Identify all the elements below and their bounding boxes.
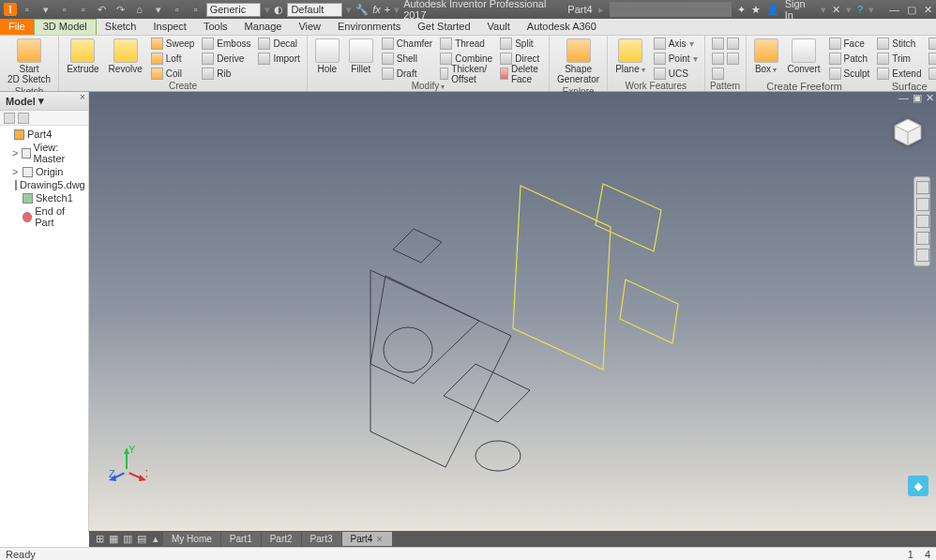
maximize-button[interactable]: ▢ bbox=[907, 4, 916, 16]
patch-button[interactable]: Patch bbox=[826, 52, 873, 66]
thread-button[interactable]: Thread bbox=[437, 37, 495, 51]
loft-button[interactable]: Loft bbox=[148, 52, 198, 66]
star-icon[interactable]: ★ bbox=[751, 4, 761, 16]
tab-vault[interactable]: Vault bbox=[479, 19, 519, 35]
box-button[interactable]: Box bbox=[750, 37, 782, 77]
tabs-layout1-button[interactable]: ⊞ bbox=[93, 533, 106, 546]
revolve-button[interactable]: Revolve bbox=[105, 37, 146, 76]
minimize-button[interactable]: — bbox=[889, 4, 899, 16]
qat-redo-icon[interactable]: ↷ bbox=[114, 3, 128, 16]
tab-view[interactable]: View bbox=[290, 19, 329, 35]
plus-icon[interactable]: + bbox=[385, 4, 390, 15]
tab-3d-model[interactable]: 3D Model bbox=[34, 19, 97, 35]
extrude-button[interactable]: Extrude bbox=[63, 37, 102, 76]
face-button[interactable]: Face bbox=[826, 37, 873, 51]
qat-undo-icon[interactable]: ↶ bbox=[96, 3, 109, 16]
stitch-button[interactable]: Stitch bbox=[874, 37, 924, 51]
doc-tab[interactable]: Part4✕ bbox=[342, 532, 393, 546]
coil-button[interactable]: Coil bbox=[148, 67, 198, 81]
tabs-collapse-button[interactable]: ▴ bbox=[149, 533, 162, 546]
qat-slot-icon[interactable]: ▫ bbox=[189, 3, 203, 16]
ucs-button[interactable]: UCS bbox=[651, 67, 701, 81]
help-icon[interactable]: ? bbox=[857, 4, 863, 15]
pattern-rect-button[interactable] bbox=[709, 37, 742, 51]
derive-button[interactable]: Derive bbox=[199, 52, 253, 66]
adjust-icon[interactable]: 🔧 bbox=[355, 4, 369, 16]
svg-marker-10 bbox=[596, 184, 661, 251]
tab-environments[interactable]: Environments bbox=[329, 19, 409, 35]
sign-in-icon[interactable]: 👤 bbox=[766, 4, 779, 16]
draft-button[interactable]: Draft bbox=[379, 67, 435, 81]
doc-title: Part4 bbox=[567, 4, 592, 15]
split-button[interactable]: Split bbox=[497, 37, 545, 51]
rib-button[interactable]: Rib bbox=[199, 67, 253, 81]
fx-icon[interactable]: fx bbox=[372, 4, 381, 15]
help-badge-icon[interactable]: ◆ bbox=[908, 476, 928, 496]
axis-button[interactable]: Axis▾ bbox=[651, 37, 701, 51]
sweep-button[interactable]: Sweep bbox=[148, 37, 198, 51]
convert-ff-button[interactable]: Convert bbox=[784, 37, 824, 76]
decal-button[interactable]: Decal bbox=[255, 37, 302, 51]
help-search-input[interactable] bbox=[610, 2, 732, 17]
browser-close-button[interactable]: × bbox=[77, 92, 88, 103]
start-2d-sketch-button[interactable]: Start 2D Sketch bbox=[4, 37, 54, 86]
hole-button[interactable]: Hole bbox=[311, 37, 343, 76]
qat-save-icon[interactable]: ▫ bbox=[77, 3, 90, 16]
browser-search-icon[interactable] bbox=[18, 113, 29, 124]
sculpt-button[interactable]: Sculpt bbox=[826, 67, 873, 81]
browser-header[interactable]: Model ▾ bbox=[0, 92, 88, 111]
fillet-button[interactable]: Fillet bbox=[345, 37, 377, 76]
viewport-canvas[interactable]: — ▣ ✕ bbox=[89, 92, 936, 532]
tab-inspect[interactable]: Inspect bbox=[144, 19, 194, 35]
browser-filter-icon[interactable] bbox=[4, 113, 15, 124]
group-modify-label[interactable]: Modify bbox=[412, 81, 445, 92]
sign-in-link[interactable]: Sign In bbox=[785, 0, 815, 21]
qat-home-icon[interactable]: ⌂ bbox=[133, 3, 146, 16]
surf-misc2-button[interactable] bbox=[926, 52, 936, 66]
tree-node[interactable]: End of Part bbox=[2, 204, 86, 229]
appearance-combo[interactable]: Default bbox=[287, 3, 342, 17]
emboss-button[interactable]: Emboss bbox=[199, 37, 253, 51]
tree-node[interactable]: Drawing5.dwg bbox=[2, 178, 86, 191]
delete-face-button[interactable]: Delete Face bbox=[497, 67, 545, 81]
tab-sketch[interactable]: Sketch bbox=[97, 19, 145, 35]
extend-button[interactable]: Extend bbox=[874, 67, 924, 81]
tab-manage[interactable]: Manage bbox=[236, 19, 291, 35]
tab-get-started[interactable]: Get Started bbox=[409, 19, 478, 35]
point-button[interactable]: Point▾ bbox=[651, 52, 701, 66]
tree-node[interactable]: Sketch1 bbox=[2, 191, 86, 204]
import-button[interactable]: Import bbox=[255, 52, 302, 66]
doc-tab[interactable]: My Home bbox=[163, 532, 220, 546]
surf-misc1-button[interactable] bbox=[926, 37, 936, 51]
doc-tab[interactable]: Part3 bbox=[302, 532, 341, 546]
tab-file[interactable]: File bbox=[0, 19, 34, 35]
material-combo[interactable]: Generic bbox=[206, 3, 262, 17]
qat-open-icon[interactable]: ▫ bbox=[58, 3, 71, 16]
exchange-icon[interactable]: ✕ bbox=[832, 4, 840, 16]
app-logo-icon[interactable]: I bbox=[4, 3, 17, 16]
tabs-layout2-button[interactable]: ▦ bbox=[107, 533, 120, 546]
pattern-mirror-button[interactable] bbox=[709, 67, 742, 81]
thicken-offset-button[interactable]: Thicken/ Offset bbox=[437, 67, 495, 81]
plane-button[interactable]: Plane bbox=[611, 37, 649, 77]
tab-tools[interactable]: Tools bbox=[195, 19, 236, 35]
qat-props-icon[interactable]: ▫ bbox=[171, 3, 184, 16]
tree-node[interactable]: >Origin bbox=[2, 165, 86, 178]
tree-node[interactable]: Part4 bbox=[2, 128, 86, 141]
swatch-icon[interactable]: ◐ bbox=[274, 4, 283, 16]
chamfer-button[interactable]: Chamfer bbox=[379, 37, 435, 51]
doc-tab[interactable]: Part1 bbox=[221, 532, 261, 546]
tab-a360[interactable]: Autodesk A360 bbox=[519, 19, 605, 35]
shape-generator-button[interactable]: Shape Generator bbox=[553, 37, 603, 86]
qat-new-icon[interactable]: ▫ bbox=[21, 3, 34, 16]
shell-button[interactable]: Shell bbox=[379, 52, 435, 66]
doc-tab[interactable]: Part2 bbox=[262, 532, 301, 546]
trim-button[interactable]: Trim bbox=[874, 52, 924, 66]
surf-misc3-button[interactable] bbox=[926, 67, 936, 81]
tabs-layout4-button[interactable]: ▤ bbox=[135, 533, 148, 546]
satellite-icon[interactable]: ✦ bbox=[737, 4, 746, 16]
tree-node[interactable]: >View: Master bbox=[2, 141, 86, 165]
close-button[interactable]: ✕ bbox=[924, 4, 932, 16]
tabs-layout3-button[interactable]: ▥ bbox=[121, 533, 134, 546]
pattern-circ-button[interactable] bbox=[709, 52, 742, 66]
